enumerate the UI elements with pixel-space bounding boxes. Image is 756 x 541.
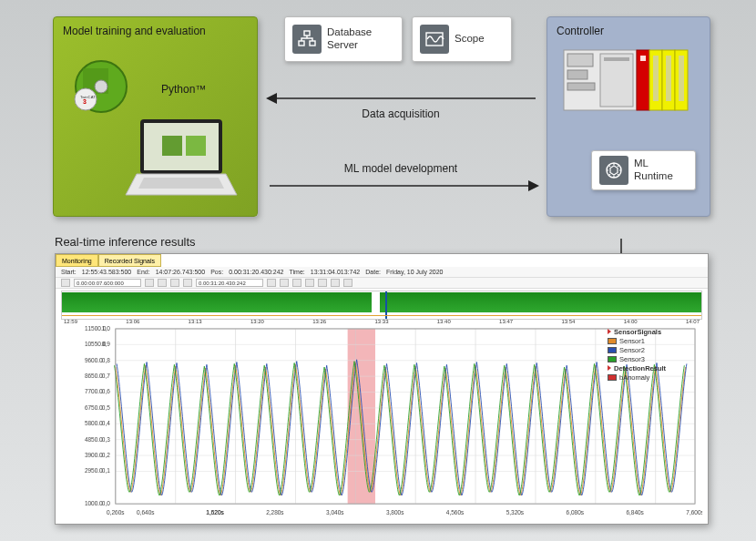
- info-start-label: Start:: [61, 269, 77, 275]
- db-label-1: Database: [327, 26, 372, 39]
- label-data-acquisition: Data acquisition: [310, 107, 492, 120]
- overview-strip[interactable]: 12:5913:0613:1313:2013:2613:3313:4013:47…: [61, 291, 702, 320]
- svg-rect-9: [186, 136, 206, 156]
- svg-text:3900.0: 3900.0: [85, 452, 103, 458]
- toolbar-field-1[interactable]: 0.00:00:07.600:000: [74, 279, 141, 287]
- svg-text:2,280s: 2,280s: [266, 509, 283, 515]
- scope-info-bar: Start: 12:55:43.583:500 End: 14:07:26.74…: [56, 267, 708, 278]
- svg-text:0,8: 0,8: [102, 357, 110, 363]
- svg-rect-19: [567, 83, 595, 90]
- svg-text:0,9: 0,9: [102, 341, 110, 347]
- info-time-label: Time:: [290, 269, 305, 275]
- svg-text:0,5: 0,5: [102, 404, 110, 411]
- overview-gap: [372, 292, 379, 312]
- overview-baseline: [62, 315, 701, 316]
- svg-text:4,560s: 4,560s: [446, 509, 464, 515]
- info-date-val: Friday, 10 July 2020: [386, 269, 444, 275]
- info-pos-label: Pos:: [210, 269, 223, 275]
- back-button[interactable]: [158, 279, 167, 287]
- svg-rect-26: [640, 56, 646, 61]
- svg-text:1000.0: 1000.0: [85, 500, 103, 506]
- svg-text:7700.0: 7700.0: [85, 389, 103, 395]
- ffwd-button[interactable]: [183, 279, 192, 287]
- tool-btn-6[interactable]: [331, 279, 340, 287]
- ml-runtime-icon: [599, 156, 628, 185]
- svg-text:0,2: 0,2: [102, 452, 110, 458]
- scope-window: Monitoring Recorded Signals Start: 12:55…: [55, 253, 709, 525]
- svg-rect-13: [299, 41, 304, 46]
- svg-rect-20: [600, 54, 633, 107]
- svg-marker-11: [138, 178, 224, 189]
- twincat-disc-icon: TwinCAT 3: [74, 59, 128, 114]
- legend: SensorSignals Sensor1 Sensor2 Sensor3 De…: [608, 327, 695, 382]
- controller-panel: Controller: [547, 16, 710, 217]
- laptop-icon: [122, 117, 240, 204]
- tool-btn-5[interactable]: [318, 279, 327, 287]
- legend-group-detection: DetectionResult: [614, 364, 666, 373]
- tool-btn-1[interactable]: [267, 279, 276, 287]
- svg-marker-32: [266, 93, 277, 104]
- scope-tabs: Monitoring Recorded Signals: [56, 254, 708, 267]
- training-panel: Model training and evaluation TwinCAT 3 …: [53, 16, 258, 217]
- scope-toolbar: 0.00:00:07.600:000 0.00:31:20.430:242: [56, 278, 708, 289]
- swatch-sensor2: [608, 347, 617, 353]
- svg-text:0,1: 0,1: [102, 467, 110, 474]
- svg-text:2950.0: 2950.0: [85, 467, 103, 474]
- svg-text:6750.0: 6750.0: [85, 404, 103, 411]
- svg-text:0,640s: 0,640s: [137, 509, 154, 515]
- svg-rect-21: [604, 57, 629, 61]
- svg-text:6,080s: 6,080s: [567, 509, 584, 515]
- tool-btn-7[interactable]: [343, 279, 352, 287]
- tool-btn-2[interactable]: [280, 279, 289, 287]
- svg-text:8650.0: 8650.0: [85, 373, 103, 379]
- svg-text:0,4: 0,4: [102, 420, 110, 426]
- scope-card: Scope: [412, 16, 512, 62]
- legend-anomaly: bAnomaly: [619, 373, 649, 382]
- legend-group-sensors: SensorSignals: [614, 328, 661, 336]
- tab-recorded[interactable]: Recorded Signals: [98, 254, 161, 267]
- info-pos-val: 0.00:31:20.430:242: [229, 269, 283, 275]
- controller-hardware-icon: [562, 45, 697, 117]
- svg-text:0,260s: 0,260s: [107, 509, 124, 515]
- info-end-val: 14:07:26.743:500: [156, 269, 206, 275]
- svg-rect-8: [162, 136, 182, 156]
- architecture-diagram: Model training and evaluation TwinCAT 3 …: [0, 16, 756, 221]
- svg-rect-12: [304, 31, 310, 36]
- play-button[interactable]: [61, 279, 70, 287]
- svg-text:5,320s: 5,320s: [506, 509, 524, 515]
- ml-runtime-card: ML Runtime: [591, 150, 696, 190]
- database-icon: [292, 25, 322, 54]
- tool-btn-3[interactable]: [292, 279, 301, 287]
- svg-rect-28: [666, 56, 671, 101]
- ml-label: ML Runtime: [634, 158, 673, 183]
- results-title: Real-time inference results: [55, 235, 196, 249]
- svg-rect-15: [426, 33, 443, 46]
- info-date-label: Date:: [365, 269, 381, 275]
- arrow-ml-development: [266, 177, 539, 195]
- controller-title: Controller: [547, 17, 710, 45]
- legend-sensor1: Sensor1: [619, 337, 645, 345]
- svg-text:1,0: 1,0: [102, 325, 110, 332]
- chevron-icon: [608, 365, 611, 371]
- tab-monitoring[interactable]: Monitoring: [56, 254, 98, 267]
- legend-sensor2: Sensor2: [619, 346, 645, 354]
- svg-text:1,520s: 1,520s: [206, 509, 223, 515]
- info-time-val: 13:31:04.013:742: [311, 269, 361, 275]
- svg-rect-14: [310, 41, 315, 46]
- db-label-2: Server: [327, 39, 372, 52]
- tool-btn-4[interactable]: [305, 279, 314, 287]
- svg-text:9600.0: 9600.0: [85, 357, 103, 363]
- svg-marker-34: [528, 180, 539, 191]
- label-ml-development: ML model development: [310, 162, 492, 175]
- python-label: Python™: [161, 83, 206, 96]
- rewind-button[interactable]: [145, 279, 154, 287]
- ml-label-1: ML: [634, 158, 673, 170]
- svg-text:7,600s: 7,600s: [686, 509, 702, 515]
- chevron-icon: [608, 329, 611, 334]
- toolbar-field-2[interactable]: 0.00:31:20.430:242: [196, 279, 263, 287]
- scope-icon: [420, 25, 449, 54]
- svg-point-2: [95, 80, 107, 93]
- scope-label: Scope: [455, 33, 485, 46]
- svg-text:6,840s: 6,840s: [626, 509, 643, 515]
- fwd-button[interactable]: [170, 279, 179, 287]
